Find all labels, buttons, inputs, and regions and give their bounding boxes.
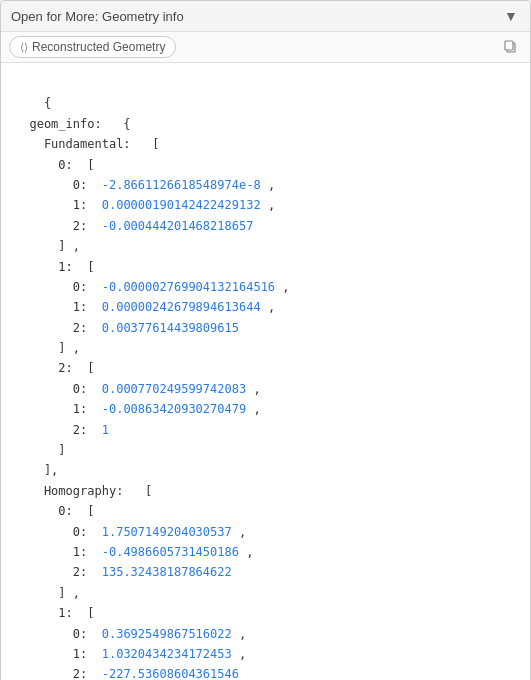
reconstructed-geometry-tab[interactable]: ⟨⟩ Reconstructed Geometry — [9, 36, 176, 58]
code-f22-suffix: ] ], — [15, 443, 66, 477]
val-f10: -0.000002769904132164516 — [102, 280, 275, 294]
code-f02-suffix: ] , 1: [ 0: — [15, 239, 102, 294]
collapse-button[interactable]: ▼ — [502, 7, 520, 25]
val-h10: 0.3692549867516022 — [102, 627, 232, 641]
val-h12: -227.53608604361546 — [102, 667, 239, 680]
val-f20: 0.000770249599742083 — [102, 382, 247, 396]
copy-button[interactable] — [500, 36, 522, 58]
val-f01: 0.00000190142422429132 — [102, 198, 261, 212]
code-h02-suffix: ] , 1: [ 0: — [15, 586, 102, 641]
code-content: { geom_info: { Fundamental: [ 0: [ 0: -2… — [1, 63, 530, 680]
code-geom-info: geom_info: { — [15, 117, 131, 131]
code-f12-suffix: ] , 2: [ 0: — [15, 341, 102, 396]
panel-header: Open for More: Geometry info ▼ — [1, 1, 530, 32]
geometry-tab-icon: ⟨⟩ — [20, 41, 28, 54]
geometry-tab-label: Reconstructed Geometry — [32, 40, 165, 54]
code-open-brace: { — [44, 96, 51, 110]
val-f00: -2.8661126618548974e-8 — [102, 178, 261, 192]
val-f22: 1 — [102, 423, 109, 437]
val-f11: 0.00000242679894613644 — [102, 300, 261, 314]
val-f12: 0.00377614439809615 — [102, 321, 239, 335]
tab-bar: ⟨⟩ Reconstructed Geometry — [1, 32, 530, 63]
val-h02: 135.32438187864622 — [102, 565, 232, 579]
val-h01: -0.4986605731450186 — [102, 545, 239, 559]
svg-rect-1 — [505, 41, 513, 50]
val-h00: 1.7507149204030537 — [102, 525, 232, 539]
val-h11: 1.0320434234172453 — [102, 647, 232, 661]
geometry-panel: Open for More: Geometry info ▼ ⟨⟩ Recons… — [0, 0, 531, 680]
val-f21: -0.00863420930270479 — [102, 402, 247, 416]
panel-header-title: Open for More: Geometry info — [11, 9, 184, 24]
val-f02: -0.000444201468218657 — [102, 219, 254, 233]
